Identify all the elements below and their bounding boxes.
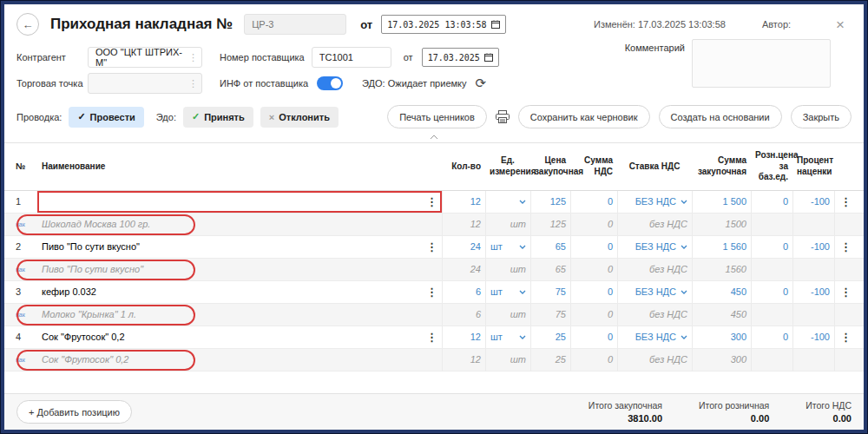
vat-rate-value: БЕЗ НДС <box>635 332 676 342</box>
supplier-total: 300 <box>692 349 751 371</box>
row-menu-icon[interactable]: ⋮ <box>840 331 852 344</box>
refresh-icon[interactable]: ⟳ <box>476 76 487 91</box>
invoice-number-input[interactable] <box>244 14 346 35</box>
close-icon[interactable]: × <box>836 17 845 32</box>
vat-rate-select[interactable]: БЕЗ НДС <box>617 281 692 303</box>
unit-select[interactable] <box>485 191 530 213</box>
provesti-button[interactable]: ✓ Провести <box>69 107 143 128</box>
supplier-price: 25 <box>530 349 570 371</box>
calendar-icon <box>484 53 493 62</box>
trade-point-select[interactable]: ⋮ <box>88 73 202 94</box>
supplier-badge: нак <box>16 312 25 318</box>
vat-sum-input[interactable]: 0 <box>570 281 617 303</box>
vat-rate-select[interactable]: БЕЗ НДС <box>617 191 692 213</box>
qty-input[interactable]: 24 <box>442 236 485 258</box>
col-unit: Ед. измерения <box>485 155 530 177</box>
name-input[interactable]: Сок "Фрутосок" 0,2⋮ <box>37 326 442 348</box>
row-menu-icon[interactable]: ⋮ <box>426 195 437 208</box>
create-based-button[interactable]: Создать на основании <box>659 105 782 128</box>
chevron-down-icon <box>519 290 526 294</box>
kontragent-select[interactable]: ООО "ЦКТ ШТРИХ-М" ⋮ <box>88 47 202 68</box>
print-price-tags-button[interactable]: Печать ценников <box>387 105 487 128</box>
collapse-chevron[interactable] <box>4 132 864 142</box>
total-value: 3810.00 <box>589 413 662 424</box>
vat-sum-input[interactable]: 0 <box>570 191 617 213</box>
invoice-datetime-input[interactable]: 17.03.2025 13:03:58 <box>381 15 505 34</box>
save-draft-button[interactable]: Сохранить как черновик <box>518 105 650 128</box>
supplier-qty: 6 <box>442 304 485 326</box>
unit-select[interactable]: шт <box>485 281 530 303</box>
supplier-unit: шт <box>485 259 530 280</box>
row-menu-icon[interactable]: ⋮ <box>840 195 852 208</box>
name-input[interactable]: Пиво "По сути вкусно"⋮ <box>37 236 442 258</box>
inf-supplier-toggle[interactable] <box>317 76 343 90</box>
name-input[interactable]: кефир 0.032⋮ <box>37 281 442 303</box>
unit-select[interactable]: шт <box>485 326 530 348</box>
row-menu-icon[interactable]: ⋮ <box>840 286 852 299</box>
name-input[interactable]: ⋮ <box>37 191 442 213</box>
trade-point-label: Торговая точка <box>16 78 88 89</box>
purchase-price-input[interactable]: 25 <box>530 326 570 348</box>
row-menu[interactable]: ⋮ <box>834 326 857 348</box>
printer-icon[interactable] <box>496 110 510 123</box>
close-button[interactable]: Закрыть <box>791 105 852 128</box>
retail-price-input[interactable]: 0 <box>751 236 792 258</box>
chevron-down-icon <box>519 335 526 339</box>
supplier-price: 65 <box>530 259 570 280</box>
retail-price-input[interactable]: 0 <box>751 191 792 213</box>
back-button[interactable]: ← <box>16 13 39 36</box>
markup-percent-input[interactable]: -100 <box>792 281 834 303</box>
otklonit-button[interactable]: × Отклонить <box>260 107 339 128</box>
markup-percent-input[interactable]: -100 <box>792 326 834 348</box>
annotation-box <box>16 305 195 326</box>
purchase-total: 1 500 <box>692 191 751 213</box>
purchase-price-input[interactable]: 125 <box>530 191 570 213</box>
supplier-name: Молоко "Крынка" 1 л. <box>37 304 442 326</box>
vat-rate-select[interactable]: БЕЗ НДС <box>617 326 692 348</box>
vat-sum-input[interactable]: 0 <box>570 236 617 258</box>
row-menu-icon[interactable]: ⋮ <box>426 240 437 253</box>
supplier-price: 75 <box>530 304 570 326</box>
row-menu[interactable]: ⋮ <box>834 236 857 258</box>
supplier-name: Пиво "По сути вкусно" <box>37 259 442 280</box>
row-menu[interactable]: ⋮ <box>834 281 857 303</box>
ot-label: от <box>360 18 372 31</box>
more-icon[interactable]: ⋮ <box>188 52 198 63</box>
vat-rate-select[interactable]: БЕЗ НДС <box>617 236 692 258</box>
markup-percent-input[interactable]: -100 <box>792 191 834 213</box>
supplier-badge: нак <box>16 266 25 273</box>
qty-input[interactable]: 12 <box>442 326 485 348</box>
supplier-row-2: накПиво "По сути вкусно"24шт650без НДС15… <box>4 259 864 281</box>
supplier-retail <box>751 259 792 280</box>
check-icon: ✓ <box>192 111 200 122</box>
row-menu[interactable]: ⋮ <box>834 191 857 213</box>
vat-sum-input[interactable]: 0 <box>570 326 617 348</box>
purchase-total: 450 <box>692 281 751 303</box>
more-icon[interactable]: ⋮ <box>188 78 198 89</box>
qty-input[interactable]: 6 <box>442 281 485 303</box>
purchase-price-input[interactable]: 65 <box>530 236 570 258</box>
unit-select[interactable]: шт <box>485 236 530 258</box>
supplier-total: 1560 <box>692 259 751 280</box>
retail-price-input[interactable]: 0 <box>751 326 792 348</box>
row-menu-icon[interactable]: ⋮ <box>426 286 437 299</box>
row-menu-icon[interactable]: ⋮ <box>426 331 437 344</box>
supplier-date-input[interactable]: 17.03.2025 <box>422 48 499 67</box>
prinyat-button[interactable]: ✓ Принять <box>183 107 253 128</box>
row-menu-icon[interactable]: ⋮ <box>840 240 852 253</box>
qty-input[interactable]: 12 <box>442 191 485 213</box>
supplier-retail <box>751 214 792 235</box>
supplier-qty: 24 <box>442 259 485 280</box>
markup-percent-input[interactable]: -100 <box>792 236 834 258</box>
chevron-down-icon <box>681 245 687 249</box>
add-position-button[interactable]: + Добавить позицию <box>16 400 132 424</box>
x-icon: × <box>269 112 274 122</box>
supplier-vat-rate: без НДС <box>617 259 692 280</box>
comment-textarea[interactable] <box>692 39 831 88</box>
row-number: 2 <box>11 236 37 258</box>
supplier-markup <box>792 259 834 280</box>
retail-price-input[interactable]: 0 <box>751 281 792 303</box>
supplier-number-input[interactable] <box>312 47 391 68</box>
calendar-icon <box>491 20 500 29</box>
purchase-price-input[interactable]: 75 <box>530 281 570 303</box>
